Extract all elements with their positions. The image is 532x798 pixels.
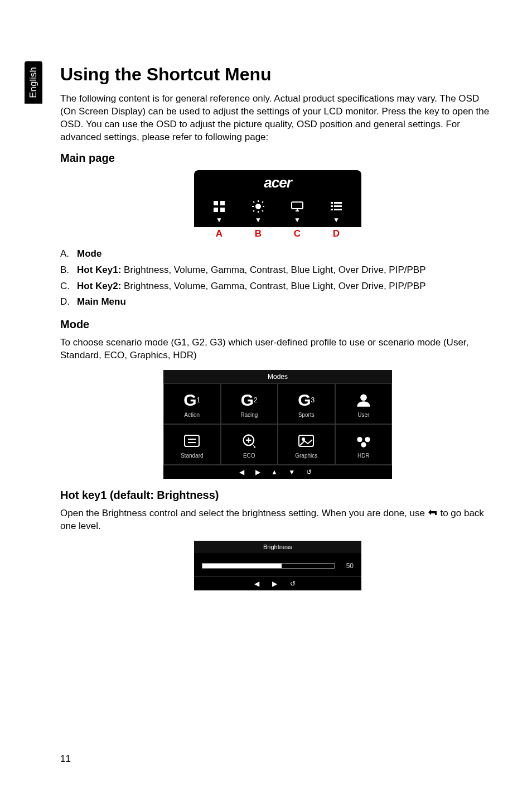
list-body: Hot Key1: Brightness, Volume, Gamma, Con… (77, 262, 495, 278)
down-arrow-icon: ▼ (320, 216, 353, 224)
hotkey1-text-a: Open the Brightness control and select t… (60, 508, 428, 518)
brightness-slider-fill (202, 564, 282, 568)
mode-label: User (336, 412, 392, 418)
svg-point-32 (365, 437, 370, 442)
input-icon (280, 198, 314, 215)
eco-icon (221, 431, 278, 450)
list-body: Mode (77, 246, 495, 262)
svg-rect-34 (435, 511, 437, 515)
shortcut-list: A. Mode B. Hot Key1: Brightness, Volume,… (60, 246, 495, 311)
modes-panel: Modes G1 Action G2 Racing G3 Sports User (163, 370, 392, 479)
svg-rect-1 (220, 201, 225, 205)
list-marker: C. (60, 278, 77, 295)
main-page-heading: Main page (60, 152, 495, 165)
svg-rect-21 (334, 209, 342, 210)
letter-d: D (320, 228, 353, 239)
standard-icon (164, 431, 220, 450)
svg-point-22 (360, 395, 367, 401)
back-arrow-icon (428, 507, 438, 520)
list-bold: Main Menu (77, 296, 126, 307)
modes-panel-header: Modes (163, 370, 392, 383)
svg-rect-16 (331, 202, 333, 204)
brightness-value: 50 (340, 562, 354, 570)
svg-rect-23 (185, 435, 199, 446)
mode-tile-standard: Standard (163, 424, 221, 465)
mode-tile-hdr: HDR (335, 424, 393, 465)
acer-logo: acer (194, 170, 361, 198)
svg-rect-3 (220, 208, 225, 212)
osd-letter-row: A B C D (194, 227, 361, 239)
mode-label: Action (164, 412, 220, 418)
svg-rect-17 (334, 202, 342, 204)
osd-icon-row: ▼ ▼ ▼ ▼ (194, 198, 361, 225)
brightness-body: 50 (194, 553, 361, 576)
svg-line-9 (253, 201, 254, 203)
mode-tile-eco: ECO (221, 424, 278, 465)
list-marker: A. (60, 246, 77, 262)
svg-point-4 (256, 204, 260, 209)
svg-rect-18 (331, 205, 333, 207)
list-rest: Brightness, Volume, Gamma, Contrast, Blu… (121, 281, 425, 291)
brightness-header: Brightness (194, 541, 361, 553)
list-rest: Brightness, Volume, Gamma, Contrast, Blu… (121, 265, 425, 275)
letter-a: A (202, 228, 236, 239)
modes-nav-bar: ◀ ▶ ▲ ▼ ↺ (163, 465, 392, 479)
list-item: A. Mode (60, 246, 495, 262)
page-title: Using the Shortcut Menu (60, 64, 495, 85)
svg-rect-13 (292, 202, 303, 209)
g2-icon: G2 (221, 391, 278, 410)
page-number: 11 (60, 753, 71, 765)
mode-label: Racing (221, 412, 278, 418)
modes-grid: G1 Action G2 Racing G3 Sports User (163, 383, 392, 465)
list-item: D. Main Menu (60, 294, 495, 310)
mode-tile-g3: G3 Sports (278, 383, 335, 424)
user-icon (336, 391, 392, 410)
down-arrow-icon: ▼ (280, 216, 314, 224)
down-arrow-icon: ▼ (241, 216, 275, 224)
graphics-icon (278, 431, 335, 450)
svg-rect-0 (214, 201, 218, 205)
svg-rect-2 (214, 208, 218, 212)
brightness-nav: ◀ ▶ ↺ (194, 576, 361, 590)
osd-panel: acer ▼ ▼ ▼ (194, 170, 361, 227)
osd-hotkey1-cell: ▼ (241, 198, 275, 224)
mode-label: Sports (278, 412, 335, 418)
mode-tile-user: User (335, 383, 393, 424)
mode-tile-g2: G2 Racing (221, 383, 278, 424)
mode-label: ECO (221, 453, 278, 459)
brightness-panel: Brightness 50 ◀ ▶ ↺ (194, 541, 361, 590)
down-arrow-icon: ▼ (202, 216, 236, 224)
list-marker: D. (60, 294, 77, 310)
svg-point-31 (357, 437, 362, 442)
language-tab: English (25, 61, 42, 104)
intro-paragraph: The following content is for general ref… (60, 93, 495, 144)
mode-tile-graphics: Graphics (278, 424, 335, 465)
hdr-icon (336, 431, 392, 450)
mode-label: Graphics (278, 453, 335, 459)
grid-icon (202, 198, 236, 215)
mode-tile-g1: G1 Action (163, 383, 221, 424)
list-body: Hot Key2: Brightness, Volume, Gamma, Con… (77, 278, 495, 295)
osd-menu-cell: ▼ (320, 198, 353, 224)
g1-icon: G1 (164, 391, 220, 410)
list-body: Main Menu (77, 294, 495, 310)
mode-heading: Mode (60, 318, 495, 331)
list-bold: Hot Key2: (77, 281, 121, 291)
mode-text: To choose scenario mode (G1, G2, G3) whi… (60, 336, 495, 362)
letter-b: B (241, 228, 275, 239)
svg-rect-19 (334, 205, 342, 207)
hotkey1-text: Open the Brightness control and select t… (60, 507, 495, 533)
brightness-slider-track (202, 563, 335, 569)
osd-mode-cell: ▼ (202, 198, 236, 224)
g3-icon: G3 (278, 391, 335, 410)
menu-list-icon (320, 198, 353, 215)
letter-c: C (280, 228, 314, 239)
list-item: C. Hot Key2: Brightness, Volume, Gamma, … (60, 278, 495, 295)
svg-point-30 (302, 438, 304, 440)
svg-line-12 (262, 210, 263, 211)
svg-point-33 (361, 443, 366, 448)
list-item: B. Hot Key1: Brightness, Volume, Gamma, … (60, 262, 495, 278)
osd-main-figure: acer ▼ ▼ ▼ (194, 170, 361, 239)
hotkey1-heading: Hot key1 (default: Brightness) (60, 489, 495, 502)
osd-hotkey2-cell: ▼ (280, 198, 314, 224)
